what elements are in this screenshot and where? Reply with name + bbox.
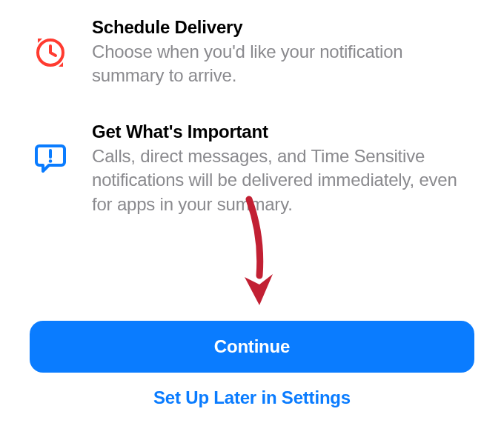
chat-alert-icon [30, 121, 71, 174]
feature-title: Schedule Delivery [92, 16, 474, 39]
continue-button[interactable]: Continue [30, 321, 474, 373]
feature-list: Schedule Delivery Choose when you'd like… [0, 0, 504, 216]
clock-alarm-icon [30, 16, 71, 70]
set-up-later-link[interactable]: Set Up Later in Settings [30, 373, 474, 413]
button-area: Continue Set Up Later in Settings [0, 321, 504, 423]
feature-description: Calls, direct messages, and Time Sensiti… [92, 144, 474, 216]
svg-point-2 [49, 159, 53, 163]
feature-get-whats-important: Get What's Important Calls, direct messa… [30, 121, 474, 216]
feature-description: Choose when you'd like your notification… [92, 40, 474, 88]
svg-marker-3 [245, 274, 273, 305]
feature-title: Get What's Important [92, 121, 474, 143]
feature-schedule-delivery: Schedule Delivery Choose when you'd like… [30, 16, 474, 88]
